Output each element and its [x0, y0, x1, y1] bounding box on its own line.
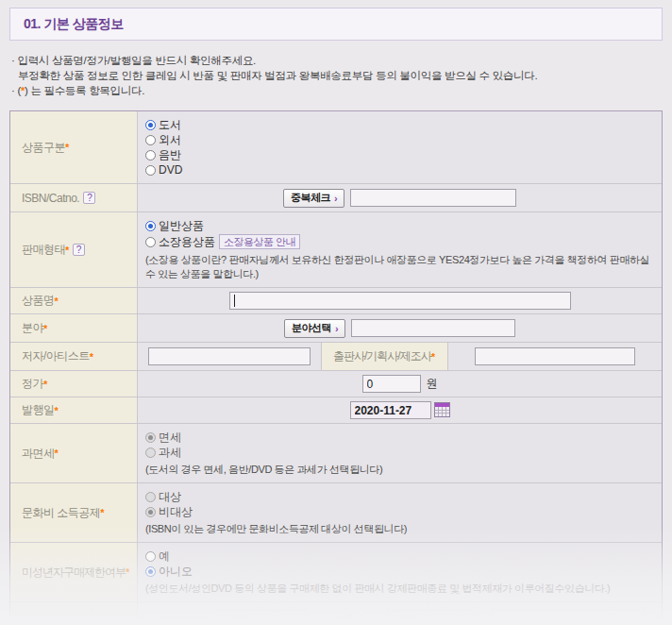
field-label-author: 저자/아티스트*	[10, 343, 138, 370]
duplicate-check-button[interactable]: 중복체크›	[283, 189, 344, 208]
radio-product-type-book[interactable]: 도서	[145, 117, 654, 132]
radio-icon	[145, 492, 156, 502]
row-product-name: 상품명*	[10, 288, 662, 314]
button-arrow-icon: ›	[334, 193, 337, 204]
radio-icon	[145, 120, 156, 130]
radio-icon	[145, 150, 156, 160]
radio-culture-eligible: 대상	[145, 489, 654, 504]
notice-line-3: · (*) 는 필수등록 항목입니다.	[11, 83, 663, 98]
field-label-sale-type: 판매형태*?	[10, 212, 138, 287]
publisher-field-area	[448, 343, 662, 370]
product-name-input[interactable]	[229, 292, 571, 310]
sale-type-help-icon[interactable]: ?	[73, 244, 85, 256]
notice-block: · 입력시 상품명/정가/발행일을 반드시 확인해주세요. 부정확한 상품 정보…	[11, 53, 663, 98]
price-input[interactable]	[362, 375, 421, 393]
field-label-product-name: 상품명*	[10, 288, 138, 313]
category-input[interactable]	[351, 319, 515, 337]
radio-icon	[145, 507, 156, 517]
text-cursor	[234, 295, 236, 307]
field-label-publish-date: 발행일*	[10, 397, 138, 423]
calendar-button[interactable]	[434, 402, 450, 418]
field-label-product-type: 상품구분*	[10, 111, 138, 183]
field-label-price: 정가*	[10, 371, 138, 397]
row-price: 정가* 원	[10, 371, 662, 397]
product-type-options: 도서 외서 음반 DVD	[138, 111, 662, 183]
minor-restriction-options: 예 아니오 (성인도서/성인DVD 등의 상품을 구매제한 없이 판매시 강제판…	[138, 543, 662, 601]
category-field-area: 분야선택›	[138, 314, 662, 342]
publisher-input[interactable]	[475, 347, 635, 365]
product-info-form: 상품구분* 도서 외서 음반 DVD ISBN/Catno.? 중복체크› 판매…	[9, 110, 663, 625]
notice-line-1: · 입력시 상품명/정가/발행일을 반드시 확인해주세요.	[11, 53, 663, 68]
row-culture-deduction: 문화비 소득공제* 대상 비대상 (ISBN이 있는 경우에만 문화비소득공제 …	[10, 483, 662, 543]
radio-tax-taxable: 과세	[145, 445, 654, 460]
minor-restriction-note: (성인도서/성인DVD 등의 상품을 구매제한 없이 판매시 강제판매종료 및 …	[145, 582, 654, 596]
radio-icon	[145, 432, 156, 443]
radio-sale-type-normal[interactable]: 일반상품	[145, 218, 654, 233]
author-input[interactable]	[148, 347, 311, 365]
page-title: 01. 기본 상품정보	[24, 16, 124, 33]
price-unit-label: 원	[427, 376, 438, 392]
row-publish-date: 발행일*	[10, 397, 662, 424]
section-title-box: 01. 기본 상품정보	[9, 8, 663, 41]
row-product-type: 상품구분* 도서 외서 음반 DVD	[10, 111, 662, 184]
notice-line-2: 부정확한 상품 정보로 인한 클레임 시 반품 및 판매자 벌점과 왕복배송료부…	[11, 68, 663, 83]
row-sale-type: 판매형태*? 일반상품 소장용상품 소장용상품 안내 (소장용 상품이란? 판매…	[10, 212, 662, 288]
kc-mark-type-label: 표기방식:	[162, 610, 209, 625]
radio-icon	[145, 566, 156, 577]
radio-minor-yes[interactable]: 예	[145, 549, 654, 564]
field-label-publisher: 출판사/기획사/제조사*	[321, 343, 448, 370]
culture-deduction-note: (ISBN이 있는 경우에만 문화비소득공제 대상이 선택됩니다)	[145, 522, 654, 536]
field-label-culture-deduction: 문화비 소득공제*	[10, 483, 138, 542]
tax-note: (도서의 경우 면세, 음반/DVD 등은 과세가 선택됩니다)	[145, 463, 654, 477]
row-kc-certification: KC인증 표기방식: 선택∨ 인증유형: 선택∨ ? * 2015년 6월 4일…	[10, 602, 662, 625]
tax-options: 면세 과세 (도서의 경우 면세, 음반/DVD 등은 과세가 선택됩니다)	[138, 424, 662, 482]
radio-icon	[145, 165, 156, 176]
radio-minor-no[interactable]: 아니오	[145, 564, 654, 579]
sale-type-note: (소장용 상품이란? 판매자님께서 보유하신 한정판이나 애장품으로 YES24…	[145, 253, 654, 281]
chevron-down-icon: ∨	[463, 616, 470, 624]
product-name-field-area	[138, 288, 662, 313]
field-label-tax: 과면세*	[10, 424, 138, 482]
calendar-icon	[434, 402, 450, 417]
radio-product-type-dvd[interactable]: DVD	[145, 162, 654, 177]
field-label-isbn: ISBN/Catno.?	[10, 184, 138, 211]
kc-controls: 표기방식: 선택∨ 인증유형: 선택∨ ?	[145, 610, 654, 625]
radio-icon	[145, 551, 156, 562]
isbn-help-icon[interactable]: ?	[83, 192, 95, 204]
kc-field-area: 표기방식: 선택∨ 인증유형: 선택∨ ? * 2015년 6월 4일 "어린이…	[138, 602, 662, 625]
isbn-input[interactable]	[350, 189, 516, 207]
row-tax: 과면세* 면세 과세 (도서의 경우 면세, 음반/DVD 등은 과세가 선택됩…	[10, 424, 662, 483]
radio-sale-type-collectible[interactable]: 소장용상품	[145, 234, 215, 249]
publish-date-field-area	[138, 397, 662, 423]
radio-icon	[145, 221, 156, 231]
kc-cert-type-select[interactable]: 선택∨	[387, 610, 478, 625]
row-isbn: ISBN/Catno.? 중복체크›	[10, 184, 662, 212]
price-field-area: 원	[138, 371, 662, 397]
field-label-kc: KC인증	[10, 602, 138, 625]
collectible-guide-button[interactable]: 소장용상품 안내	[219, 234, 300, 249]
radio-icon	[145, 448, 156, 458]
publish-date-input[interactable]	[350, 401, 431, 419]
basic-product-info-page: 01. 기본 상품정보 · 입력시 상품명/정가/발행일을 반드시 확인해주세요…	[0, 0, 672, 625]
category-select-button[interactable]: 분야선택›	[284, 319, 345, 338]
radio-tax-free: 면세	[145, 430, 654, 445]
kc-mark-type-select[interactable]: 선택∨	[216, 610, 307, 625]
field-label-minor-restriction: 미성년자구매제한여부*	[10, 543, 138, 601]
radio-product-type-music[interactable]: 음반	[145, 147, 654, 162]
row-author-publisher: 저자/아티스트* 출판사/기획사/제조사*	[10, 343, 662, 371]
chevron-down-icon: ∨	[294, 616, 300, 624]
field-label-category: 분야*	[10, 314, 138, 342]
button-arrow-icon: ›	[335, 323, 338, 334]
radio-icon	[145, 237, 156, 247]
row-category: 분야* 분야선택›	[10, 314, 662, 343]
culture-deduction-options: 대상 비대상 (ISBN이 있는 경우에만 문화비소득공제 대상이 선택됩니다)	[138, 483, 662, 542]
kc-cert-number-input[interactable]	[491, 610, 644, 625]
author-field-area	[138, 343, 321, 370]
row-minor-restriction: 미성년자구매제한여부* 예 아니오 (성인도서/성인DVD 등의 상품을 구매제…	[10, 543, 662, 602]
radio-icon	[145, 135, 156, 145]
radio-culture-not-eligible: 비대상	[145, 504, 654, 519]
sale-type-options: 일반상품 소장용상품 소장용상품 안내 (소장용 상품이란? 판매자님께서 보유…	[138, 212, 662, 287]
kc-cert-type-label: 인증유형:	[333, 610, 379, 625]
radio-product-type-foreign-book[interactable]: 외서	[145, 132, 654, 147]
isbn-field-area: 중복체크›	[138, 184, 662, 211]
